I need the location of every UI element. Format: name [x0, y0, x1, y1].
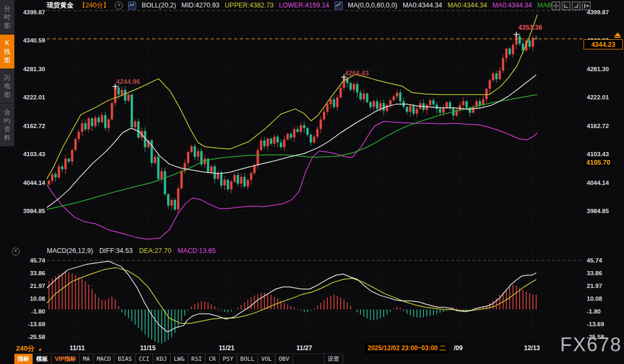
toolbar-button-OBV[interactable]: OBV — [276, 354, 293, 364]
candle-down — [479, 101, 481, 105]
ma0-value-magenta: MA0:4344.34 — [493, 2, 532, 9]
candle-up — [386, 105, 388, 111]
sidebar-tab-合约资料[interactable]: 合约资料 — [0, 104, 14, 147]
candle-up — [51, 174, 53, 181]
macd-legend: MACD(26,12,9) DIFF:34.53 DEA:27.70 MACD:… — [47, 247, 215, 255]
candle-up — [502, 58, 504, 70]
ma-indicator-icon[interactable] — [335, 2, 343, 10]
sidebar-tab-K线图[interactable]: K线图 — [0, 35, 14, 69]
price-axis-label-right: 4222.01 — [587, 94, 609, 100]
candle-up — [273, 137, 276, 144]
candle-up — [393, 96, 395, 100]
candle-down — [61, 166, 63, 169]
macd-axis-label-right: 45.74 — [587, 257, 602, 264]
macd-diff-value: DIFF:34.53 — [99, 247, 133, 255]
candle-down — [54, 174, 56, 177]
symbol-name: 现货黄金 — [47, 1, 73, 10]
chart-canvas[interactable]: 4399.874399.874340.594340.594281.304281.… — [0, 0, 624, 364]
candle-up — [57, 166, 60, 177]
crosshair-icon[interactable] — [552, 2, 560, 10]
candle-down — [131, 95, 133, 127]
price-axis-label-left: 4162.72 — [23, 123, 45, 129]
candle-down — [157, 157, 159, 179]
candle-up — [71, 150, 73, 162]
candle-down — [194, 146, 196, 157]
interval-selector[interactable]: 240分▲ — [16, 344, 43, 353]
toolbar-button-CR[interactable]: CR — [205, 354, 219, 364]
candle-up — [462, 101, 464, 105]
price-high-annotation: 4244.96 — [116, 78, 140, 86]
candle-up — [247, 180, 249, 187]
macd-macd-value: MACD:13.65 — [178, 247, 216, 255]
axis-scale-right-icon[interactable] — [572, 2, 580, 10]
candle-down — [243, 177, 245, 187]
chart-window-controls — [552, 2, 590, 10]
toolbar-button-RSI[interactable]: RSI — [188, 354, 206, 364]
price-axis-label-right: 4044.14 — [587, 180, 609, 186]
candle-up — [234, 175, 236, 182]
price-axis-label-left: 4281.30 — [23, 66, 45, 72]
bar-tooltip: 2025/12/02 23:00~03:00 二 — [365, 343, 448, 353]
toolbar-button-BOLL[interactable]: BOLL — [237, 354, 259, 364]
axis-price-marker: 4105.70 — [584, 158, 612, 167]
candle-up — [472, 107, 474, 113]
sidebar-tab-分时图[interactable]: 分时图 — [0, 0, 14, 35]
candle-up — [329, 99, 331, 104]
current-price-tag: 4344.23 — [584, 39, 623, 49]
toolbar-button-LW&[interactable]: LW& — [171, 354, 188, 364]
candle-up — [492, 73, 494, 80]
interval-selector-label: 240分 — [16, 344, 35, 352]
candle-up — [409, 106, 411, 112]
price-axis-label-left: 4399.87 — [23, 9, 45, 15]
price-axis-label-right: 4103.43 — [587, 151, 609, 157]
macd-axis-label-right: 10.08 — [587, 295, 602, 302]
ma0-value-white: MA0:4344.34 — [403, 2, 442, 9]
axis-scale-left-icon[interactable] — [562, 2, 570, 10]
toolbar-button-VIP指标[interactable]: VIP指标 — [52, 354, 80, 364]
price-axis-label-left: 4340.59 — [23, 37, 45, 44]
add-indicator-icon[interactable]: + — [115, 2, 123, 10]
app-window: 分时图K线图闪电图合约资料 现货黄金 【240分】 + BOLL(20,2) M… — [0, 0, 624, 364]
sidebar-filler — [0, 147, 14, 364]
candle-down — [412, 106, 414, 114]
toolbar-button-指标[interactable]: 指标 — [14, 354, 33, 364]
toolbar-button-PSY[interactable]: PSY — [220, 354, 237, 364]
candle-up — [363, 94, 365, 99]
candle-up — [114, 87, 116, 103]
gear-icon[interactable]: ✳ — [12, 248, 20, 256]
price-up-arrow-icon — [614, 32, 621, 38]
sidebar-tab-闪电图[interactable]: 闪电图 — [0, 69, 14, 104]
boll-lower-value: LOWER:4159.14 — [279, 2, 329, 9]
boll-indicator-icon[interactable] — [128, 2, 136, 10]
collapse-pane-icon[interactable] — [582, 2, 590, 10]
candle-up — [389, 100, 392, 105]
candle-up — [127, 95, 129, 101]
x-axis-label: 11/21 — [219, 344, 234, 352]
price-axis-label-left: 4103.43 — [23, 151, 45, 157]
toolbar-button-VOL[interactable]: VOL — [258, 354, 276, 364]
chart-header-legend: 现货黄金 【240分】 + BOLL(20,2) MID:4270.93 UPP… — [47, 1, 560, 10]
candle-up — [379, 103, 381, 109]
toolbar-button-BIAS[interactable]: BIAS — [114, 354, 136, 364]
toolbar-button-设置[interactable]: 设置 — [324, 354, 343, 364]
candle-down — [310, 135, 312, 142]
toolbar-button-KDJ[interactable]: KDJ — [153, 354, 171, 364]
candle-down — [68, 159, 70, 162]
candle-up — [111, 103, 113, 120]
candle-down — [97, 117, 99, 122]
toolbar-button-CCI[interactable]: CCI — [136, 354, 153, 364]
candle-down — [366, 94, 368, 102]
toolbar-button-MACD[interactable]: MACD — [94, 354, 115, 364]
candle-up — [396, 92, 398, 96]
candle-up — [515, 36, 517, 45]
candle-down — [270, 139, 272, 144]
toolbar-button-MA[interactable]: MA — [80, 354, 94, 364]
candle-up — [485, 89, 487, 99]
fx678-watermark: FX678 — [560, 334, 622, 356]
candle-down — [118, 87, 120, 95]
candle-up — [88, 118, 90, 130]
candle-up — [532, 38, 534, 47]
candle-down — [174, 200, 176, 209]
price-high-annotation: 4353.36 — [518, 24, 542, 31]
toolbar-button-模板[interactable]: 模板 — [33, 354, 52, 364]
